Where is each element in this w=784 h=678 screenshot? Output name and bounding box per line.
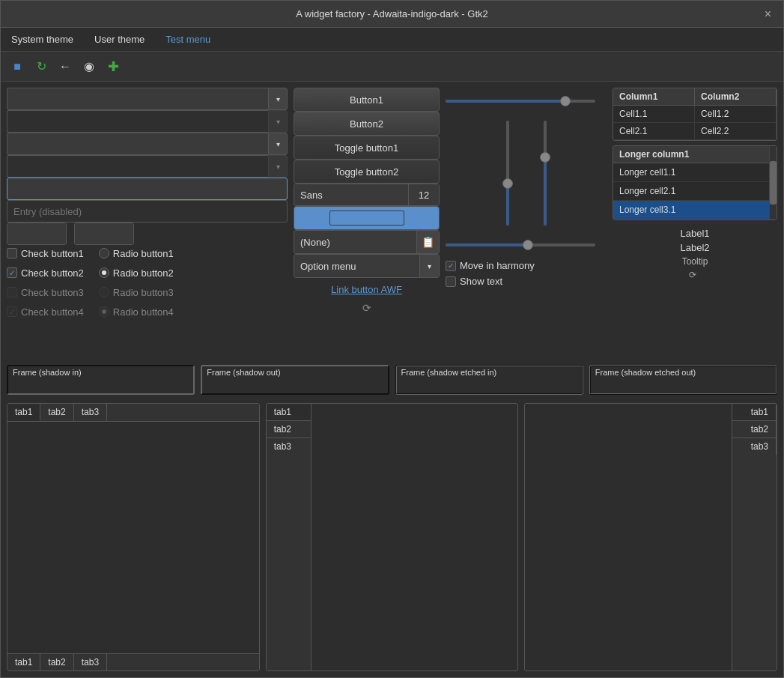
notebook-1-bottom-tabs: tab1 tab2 tab3: [7, 653, 259, 671]
back-icon: ←: [59, 60, 71, 73]
h-slider-1-thumb[interactable]: [560, 96, 571, 106]
notebook-1-tab1[interactable]: tab1: [7, 404, 40, 421]
notebook-3-main: [525, 404, 732, 671]
combo-box-disabled-row: Combo box (disabled) ▾: [7, 155, 288, 178]
toggle-button2[interactable]: Toggle button2: [294, 160, 440, 184]
tree-row-1[interactable]: Cell1.1 Cell1.2: [613, 106, 777, 123]
check-radio-row-4: ✓ Check button4 Radio button4: [7, 303, 288, 320]
radio-button-1[interactable]: Radio button1: [99, 248, 174, 259]
h-slider-1-fill: [446, 100, 565, 103]
link-button[interactable]: Link button AWF: [294, 278, 440, 300]
checks-radios-section: Check button1 Radio button1 ✓ Check butt…: [7, 245, 288, 320]
menu-user-theme[interactable]: User theme: [90, 31, 149, 48]
notebook-3: tab1 tab2 tab3: [524, 403, 777, 672]
notebook-1-btab1[interactable]: tab1: [7, 654, 40, 671]
check-button-1[interactable]: Check button1: [7, 248, 84, 259]
v-slider-2-track: [544, 121, 547, 226]
longer-tree-header: Longer column1: [613, 146, 777, 163]
radio-button-2-label: Radio button2: [113, 267, 174, 279]
menu-system-theme[interactable]: System theme: [7, 31, 78, 48]
notebook-3-tab3[interactable]: tab3: [732, 438, 777, 455]
h-slider-2-thumb[interactable]: [523, 240, 533, 250]
h-slider-1[interactable]: [446, 94, 595, 109]
middle-column: Button1 Button2 Toggle button1 Toggle bu…: [294, 88, 440, 357]
option-menu-arrow[interactable]: ▾: [419, 255, 439, 277]
notebook-1-tab2[interactable]: tab2: [40, 404, 73, 421]
v-slider-2-thumb[interactable]: [540, 152, 550, 163]
combo-box-disabled-arrow: ▾: [268, 155, 288, 178]
toolbar-button-4[interactable]: ◉: [79, 56, 100, 77]
notebook-3-tab2[interactable]: tab2: [732, 421, 777, 438]
spinners-row: 1 ▲ ▼ 1 ▲ ▼: [7, 223, 288, 245]
menu-test-menu[interactable]: Test menu: [161, 31, 215, 48]
v-slider-1[interactable]: [500, 121, 515, 226]
combo-box-arrow[interactable]: ▾: [268, 133, 288, 155]
check-button-3: Check button3: [7, 287, 84, 298]
check-button-3-box: [7, 287, 17, 297]
move-in-harmony-check[interactable]: ✓ Move in harmony: [446, 260, 607, 271]
font-chooser[interactable]: Sans 12: [294, 184, 440, 206]
tooltip-label: Tooltip: [682, 256, 708, 267]
notebook-2-tab1[interactable]: tab1: [267, 404, 311, 421]
check-button-3-label: Check button3: [21, 287, 84, 298]
notebook-1-btab3[interactable]: tab3: [74, 654, 107, 671]
longer-tree-row-1[interactable]: Longer cell1.1: [613, 163, 777, 182]
v-slider-1-thumb[interactable]: [502, 178, 513, 189]
frame-shadow-in: Frame (shadow in): [7, 365, 195, 395]
toolbar-button-3[interactable]: ←: [55, 56, 76, 77]
longer-tree-scrollbar[interactable]: [769, 146, 777, 220]
right-column: Column1 Column2 Cell1.1 Cell1.2 Cell2.1 …: [613, 88, 777, 357]
notebook-2-main: [312, 404, 518, 671]
notebook-2: tab1 tab2 tab3: [266, 403, 519, 672]
file-chooser-button[interactable]: 📋: [416, 231, 439, 253]
toolbar: ■ ↻ ← ◉ ✚: [1, 52, 783, 82]
h-slider-1-wrap: [446, 88, 607, 109]
longer-tree-row-2[interactable]: Longer cell2.1: [613, 182, 777, 201]
entry-input[interactable]: Entry: [7, 178, 288, 200]
combo-entry-input[interactable]: Combo box entry: [7, 88, 268, 110]
progress-spinner: ⟳: [362, 302, 371, 314]
toolbar-button-1[interactable]: ■: [7, 56, 28, 77]
spinner-2-value[interactable]: 1: [75, 223, 134, 244]
check-button-2[interactable]: ✓ Check button2: [7, 267, 84, 279]
check-button-2-box: ✓: [7, 267, 17, 278]
move-in-harmony-box: ✓: [446, 261, 456, 271]
button1[interactable]: Button1: [294, 88, 440, 112]
check-radio-row-1: Check button1 Radio button1: [7, 245, 288, 261]
close-button[interactable]: ×: [760, 6, 776, 22]
longer-tree: Longer column1 Longer cell1.1 Longer cel…: [613, 145, 777, 220]
tree-col1-header: Column1: [613, 88, 695, 105]
frame-shadow-in-label: Frame (shadow in): [13, 368, 82, 377]
v-slider-2[interactable]: [538, 121, 553, 226]
tree-col2-header: Column2: [695, 88, 777, 105]
tree-row-2[interactable]: Cell2.1 Cell2.2: [613, 123, 777, 140]
notebook-2-left-tabs: tab1 tab2 tab3: [267, 404, 312, 671]
notebook-1-btab2[interactable]: tab2: [40, 654, 73, 671]
toggle-button1[interactable]: Toggle button1: [294, 136, 440, 160]
toolbar-button-5[interactable]: ✚: [103, 56, 124, 77]
color-button[interactable]: [294, 206, 440, 230]
radio-button-2[interactable]: Radio button2: [99, 267, 174, 279]
notebook-2-tab2[interactable]: tab2: [267, 421, 311, 438]
frame-etched-out: Frame (shadow etched out): [589, 365, 777, 395]
notebook-2-tab3[interactable]: tab3: [267, 438, 311, 455]
combo-entry-arrow[interactable]: ▾: [268, 88, 288, 110]
frame-etched-in-label: Frame (shadow etched in): [401, 368, 497, 377]
harmony-checks: ✓ Move in harmony Show text: [446, 260, 607, 287]
show-text-check[interactable]: Show text: [446, 276, 607, 287]
add-icon: ✚: [108, 58, 119, 75]
frames-row: Frame (shadow in) Frame (shadow out) Fra…: [7, 361, 777, 399]
tree-header: Column1 Column2: [613, 88, 777, 106]
file-chooser-label: (None): [294, 231, 416, 253]
notebook-1-tab3[interactable]: tab3: [74, 404, 107, 421]
button2[interactable]: Button2: [294, 112, 440, 136]
combo-box-input[interactable]: Combo box: [7, 133, 268, 155]
h-slider-2[interactable]: [446, 237, 595, 252]
spinner-1-value[interactable]: 1: [7, 223, 67, 244]
notebook-3-right-tabs: tab1 tab2 tab3: [732, 404, 777, 671]
combo-entry-disabled-input: Combo box entry (disabled): [7, 110, 268, 133]
scrollbar-thumb[interactable]: [770, 161, 777, 205]
notebook-3-tab1[interactable]: tab1: [732, 404, 777, 421]
longer-tree-row-3[interactable]: Longer cell3.1: [613, 201, 777, 220]
toolbar-button-2[interactable]: ↻: [31, 56, 52, 77]
